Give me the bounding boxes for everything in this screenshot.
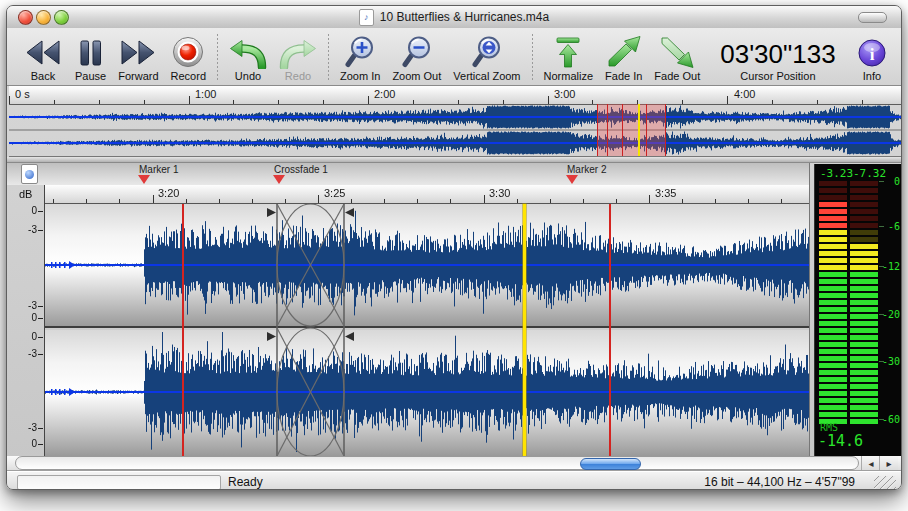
undo-button[interactable]: Undo [223,30,273,85]
main-time-ruler[interactable]: 3:203:253:303:35 [44,185,809,204]
main-waveform-canvas[interactable] [45,204,809,456]
ruler-label: 1:00 [195,88,216,100]
meter-segment [819,321,847,326]
redo-button[interactable]: Redo [273,30,323,85]
horizontal-scrollbar[interactable]: ◂ ▸ [7,456,901,471]
toolbar-button-label: Pause [75,70,106,82]
zoom-in-icon [344,34,376,69]
normalize-button[interactable]: Normalize [538,30,600,85]
meter-segment [819,265,847,270]
overview-waveform-canvas[interactable] [9,104,901,156]
marker-label: Marker 2 [567,164,606,175]
status-text: Ready [228,475,263,489]
toolbar-button-label: Info [863,70,881,82]
meter-segment [850,209,878,214]
ruler-tick [186,199,187,203]
toolbar-button-label: Back [31,70,55,82]
ruler-tick [417,199,418,203]
desktop: ♪ 10 Butterflies & Hurricanes.m4a BackPa… [0,0,908,511]
meter-segment [819,279,847,284]
normalize-icon [553,34,583,69]
ruler-tick [86,199,87,203]
record-button[interactable]: Record [165,30,212,85]
toolbar-toggle-pill-button[interactable] [858,12,887,23]
meter-scale-label: -60 [870,414,900,425]
meter-segment [819,209,847,214]
meter-segment [819,286,847,291]
vertical-zoom-button[interactable]: Vertical Zoom [447,30,526,85]
db-scale-tick [38,306,43,307]
meter-segment [850,398,878,403]
ruler-tick [189,96,190,104]
meter-segment [850,328,878,333]
progress-well [17,475,221,490]
meter-segment [819,335,847,340]
db-scale-value: -3 [28,422,37,433]
meter-scale-label: -12 [870,261,900,272]
marker-triangle[interactable] [273,175,285,184]
ruler-label: 3:35 [655,187,676,199]
overview-time-ruler[interactable]: 0 s1:002:003:004:00 [9,86,901,105]
ruler-label: 3:25 [324,187,345,199]
scrollbar-thumb[interactable] [580,458,641,470]
scrollbar-track[interactable] [15,456,859,470]
ruler-tick [368,96,369,104]
ruler-tick [484,195,485,203]
ruler-tick [550,199,551,203]
zoom-in-button[interactable]: Zoom In [334,30,386,85]
ruler-label: 0 s [15,88,30,100]
back-button[interactable]: Back [17,30,69,85]
meter-segment [850,321,878,326]
ruler-tick [715,199,716,203]
marker-triangle[interactable] [138,175,150,184]
toolbar-button-label: Undo [235,70,261,82]
meter-segment [819,328,847,333]
zoom-out-button[interactable]: Zoom Out [386,30,447,85]
meter-segment [819,237,847,242]
ruler-tick [682,199,683,203]
meter-segment [819,412,847,417]
pause-button[interactable]: Pause [69,30,112,85]
overview-waveform[interactable] [9,104,901,157]
fade-out-icon [659,34,695,69]
db-scale-value: 0 [31,312,37,323]
ruler-label: 3:00 [554,88,575,100]
wave-right-border [809,163,810,456]
marker-strip[interactable]: Marker 1Crossfade 1Marker 2 [7,163,809,185]
audio-format-text: 16 bit – 44,100 Hz – 4'57"99 [704,475,855,489]
scroll-left-arrow[interactable]: ◂ [861,456,880,470]
pause-icon [78,34,104,69]
marker-triangle[interactable] [566,175,578,184]
meter-segment [819,181,847,186]
info-icon: i [857,34,887,69]
db-scale-value: 0 [31,331,37,342]
meter-segment [850,293,878,298]
ruler-tick [219,199,220,203]
meter-segment [819,216,847,221]
meter-segment [819,258,847,263]
info-button[interactable]: iInfo [851,30,893,85]
meter-scale-label: 0 [870,176,900,187]
forward-button[interactable]: Forward [112,30,164,85]
meter-segment [850,342,878,347]
scroll-right-arrow[interactable]: ▸ [879,456,898,470]
meter-segment [850,335,878,340]
db-scale-tick [38,428,43,429]
meter-segment [850,391,878,396]
ruler-label: 3:20 [158,187,179,199]
title-bar[interactable]: ♪ 10 Butterflies & Hurricanes.m4a [7,6,901,29]
cursor-position-display: 03'30"133Cursor Position [706,30,841,85]
toolbar-button-label: Zoom Out [392,70,441,82]
toolbar-separator [328,34,329,81]
meter-scale-label: -6 [870,221,900,232]
fade-out-button[interactable]: Fade Out [648,30,706,85]
fade-in-button[interactable]: Fade In [599,30,648,85]
meter-segment [850,272,878,277]
resize-grip[interactable] [874,476,896,489]
meter-segment [819,307,847,312]
meter-segment [819,377,847,382]
meter-segment [850,300,878,305]
meter-segment [819,230,847,235]
meter-segment [850,349,878,354]
meter-segment [819,356,847,361]
